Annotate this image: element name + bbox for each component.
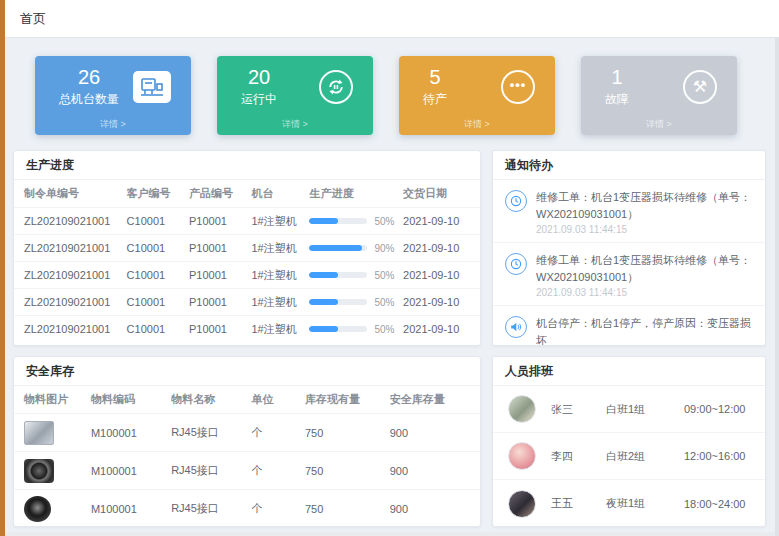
progress-label: 90% <box>374 243 394 254</box>
shift-time: 09:00~12:00 <box>684 403 745 415</box>
col-header: 单位 <box>251 392 305 407</box>
vertical-scrollbar[interactable] <box>775 38 779 536</box>
progress-cell: 50% <box>309 270 403 281</box>
order-no: ZL202109021001 <box>24 296 127 308</box>
stat-label: 待产 <box>423 91 447 108</box>
col-header: 制令单编号 <box>24 186 127 201</box>
stat-value: 5 <box>423 66 447 88</box>
stat-card-body: 20 运行中 <box>217 56 373 108</box>
product-no: P10001 <box>189 323 251 335</box>
col-header: 生产进度 <box>309 186 403 201</box>
customer-no: C10001 <box>127 269 189 281</box>
notice-item[interactable]: 维修工单：机台1变压器损坏待维修（单号：WX202109031001） 2021… <box>493 243 765 306</box>
hammer-wrench-glyph: ⚒ <box>693 79 707 95</box>
person-name: 张三 <box>551 402 606 417</box>
clock-icon <box>505 253 527 275</box>
shift-name: 夜班1组 <box>606 496 684 511</box>
stat-text: 1 故障 <box>605 66 629 108</box>
product-no: P10001 <box>189 269 251 281</box>
panel-title: 安全库存 <box>14 357 480 386</box>
product-no: P10001 <box>189 215 251 227</box>
progress-label: 50% <box>374 216 394 227</box>
material-code: M100001 <box>91 465 171 477</box>
progress-cell: 90% <box>309 243 403 254</box>
table-row[interactable]: ZL202109021001 C10001 P10001 1#注塑机 50% 2… <box>14 207 480 234</box>
delivery-date: 2021-09-10 <box>403 215 470 227</box>
table-row[interactable]: ZL202109021001 C10001 P10001 1#注塑机 50% 2… <box>14 261 480 288</box>
material-photo-cell <box>24 496 91 522</box>
stock-qty: 750 <box>305 427 390 439</box>
progress-cell: 50% <box>309 216 403 227</box>
schedule-row[interactable]: 李四 白班2组 12:00~16:00 <box>493 433 765 480</box>
notice-body: 维修工单：机台1变压器损坏待维修（单号：WX202109031001） 2021… <box>536 189 753 235</box>
shift-name: 白班2组 <box>606 449 684 464</box>
material-photo <box>24 459 54 483</box>
stat-card-waiting[interactable]: 5 待产 ••• 详情 > <box>399 56 555 135</box>
stat-card-body: 5 待产 ••• <box>399 56 555 108</box>
unit: 个 <box>251 425 305 440</box>
material-name: RJ45接口 <box>171 463 251 478</box>
table-row[interactable]: M100001 RJ45接口 个 750 900 <box>14 413 480 451</box>
notice-body: 维修工单：机台1变压器损坏待维修（单号：WX202109031001） 2021… <box>536 252 753 298</box>
col-header: 机台 <box>251 186 309 201</box>
table-row[interactable]: M100001 RJ45接口 个 750 900 <box>14 489 480 527</box>
table-row[interactable]: ZL202109021001 C10001 P10001 1#注塑机 90% 2… <box>14 234 480 261</box>
delivery-date: 2021-09-10 <box>403 296 470 308</box>
ellipsis-glyph: ••• <box>510 80 527 94</box>
material-code: M100001 <box>91 427 171 439</box>
progress-bar <box>309 272 367 278</box>
table-row[interactable]: ZL202109021001 C10001 P10001 1#注塑机 50% 2… <box>14 288 480 315</box>
stat-text: 20 运行中 <box>241 66 277 108</box>
material-name: RJ45接口 <box>171 501 251 516</box>
col-header: 安全库存量 <box>390 392 470 407</box>
machine-name: 1#注塑机 <box>251 322 309 337</box>
notice-time: 2021.09.03 11:44:15 <box>536 224 753 235</box>
detail-link[interactable]: 详情 > <box>581 118 737 131</box>
stat-label: 总机台数量 <box>59 91 119 108</box>
table-header: 物料图片 物料编码 物料名称 单位 库存现有量 安全库存量 <box>14 386 480 413</box>
safety-qty: 900 <box>390 503 470 515</box>
table-row[interactable]: ZL202109021001 C10001 P10001 1#注塑机 50% 2… <box>14 315 480 342</box>
notice-item[interactable]: 机台停产：机台1停产，停产原因：变压器损坏 <box>493 306 765 346</box>
panel-title: 生产进度 <box>14 151 480 180</box>
detail-link[interactable]: 详情 > <box>35 118 191 131</box>
notice-text: 机台停产：机台1停产，停产原因：变压器损坏 <box>536 315 753 346</box>
material-photo-cell <box>24 459 91 483</box>
customer-no: C10001 <box>127 323 189 335</box>
machine-icon <box>133 71 171 103</box>
detail-link[interactable]: 详情 > <box>399 118 555 131</box>
shift-time: 18:00~24:00 <box>684 498 745 510</box>
clock-icon <box>505 190 527 212</box>
machine-name: 1#注塑机 <box>251 241 309 256</box>
stat-card-body: 1 故障 ⚒ <box>581 56 737 108</box>
detail-link[interactable]: 详情 > <box>217 118 373 131</box>
progress-fill <box>309 245 361 251</box>
machine-name: 1#注塑机 <box>251 295 309 310</box>
notice-item[interactable]: 维修工单：机台1变压器损坏待维修（单号：WX202109031001） 2021… <box>493 180 765 243</box>
stat-card-running[interactable]: 20 运行中 详情 > <box>217 56 373 135</box>
page-title: 首页 <box>20 10 46 28</box>
safety-qty: 900 <box>390 465 470 477</box>
schedule-row[interactable]: 王五 夜班1组 18:00~24:00 <box>493 480 765 527</box>
machine-name: 1#注塑机 <box>251 268 309 283</box>
personnel-schedule-panel: 人员排班 张三 白班1组 09:00~12:00 李四 白班2组 12:00~1… <box>492 356 766 527</box>
progress-cell: 50% <box>309 324 403 335</box>
order-no: ZL202109021001 <box>24 215 127 227</box>
stock-qty: 750 <box>305 465 390 477</box>
panel-title: 通知待办 <box>493 151 765 180</box>
customer-no: C10001 <box>127 296 189 308</box>
production-progress-panel: 生产进度 制令单编号 客户编号 产品编号 机台 生产进度 交货日期 ZL2021… <box>13 150 481 346</box>
horizontal-scrollbar[interactable] <box>5 532 775 536</box>
col-header: 产品编号 <box>189 186 251 201</box>
running-icon <box>319 70 353 104</box>
product-no: P10001 <box>189 242 251 254</box>
stat-card-fault[interactable]: 1 故障 ⚒ 详情 > <box>581 56 737 135</box>
stat-card-total-machines[interactable]: 26 总机台数量 详情 > <box>35 56 191 135</box>
progress-fill <box>309 272 338 278</box>
shift-time: 12:00~16:00 <box>684 450 745 462</box>
customer-no: C10001 <box>127 215 189 227</box>
schedule-row[interactable]: 张三 白班1组 09:00~12:00 <box>493 386 765 433</box>
customer-no: C10001 <box>127 242 189 254</box>
progress-label: 50% <box>374 297 394 308</box>
table-row[interactable]: M100001 RJ45接口 个 750 900 <box>14 451 480 489</box>
